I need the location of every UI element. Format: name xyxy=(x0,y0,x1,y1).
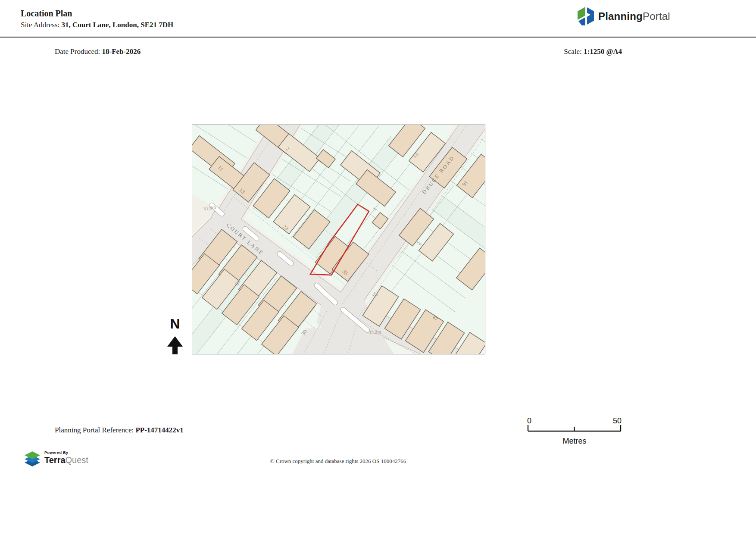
terraquest-wordmark: Powered By TerraQuest xyxy=(44,451,88,464)
scale-bar-line xyxy=(528,425,621,431)
planning-portal-wordmark: PlanningPortal xyxy=(598,10,670,22)
site-address: Site Address: 31, Court Lane, London, SE… xyxy=(21,21,173,29)
location-plan-page: Location Plan Site Address: 31, Court La… xyxy=(0,0,756,535)
reference-value: PP-14714422v1 xyxy=(135,426,183,434)
date-produced: Date Produced: 18-Feb-2026 xyxy=(55,47,141,56)
map-label: 35.3m xyxy=(369,329,381,335)
north-label: N xyxy=(170,316,180,332)
site-address-value: 31, Court Lane, London, SE21 7DH xyxy=(61,21,173,29)
scale-text: Scale: 1:1250 @A4 xyxy=(564,47,622,56)
date-value: 18-Feb-2026 xyxy=(102,47,141,56)
scale-value: 1:1250 @A4 xyxy=(584,47,622,56)
north-arrow: N xyxy=(164,314,186,357)
scale-bar-unit: Metres xyxy=(562,437,586,445)
terraquest-logo: Powered By TerraQuest xyxy=(24,447,88,467)
pp-brand-light: Portal xyxy=(643,10,670,22)
tq-brand-light: Quest xyxy=(66,455,88,465)
north-arrow-icon xyxy=(167,336,183,354)
terraquest-icon xyxy=(24,447,41,467)
location-plan-map: 1113223351139123747913031.0m35.3mCOURT L… xyxy=(192,125,485,354)
scale-bar: 0 50 Metres xyxy=(523,414,626,450)
scale-bar-end: 50 xyxy=(613,416,622,425)
tq-brand-bold: Terra xyxy=(44,455,66,465)
powered-by-label: Powered By xyxy=(44,451,88,455)
os-copyright: © Crown copyright and database rights 20… xyxy=(192,458,484,465)
date-label: Date Produced: xyxy=(55,47,100,56)
planning-reference: Planning Portal Reference: PP-14714422v1 xyxy=(55,426,184,435)
site-address-label: Site Address: xyxy=(21,21,59,29)
page-title: Location Plan xyxy=(21,9,72,19)
map-frame: 1113223351139123747913031.0m35.3mCOURT L… xyxy=(192,125,485,354)
header-divider xyxy=(0,37,756,38)
scale-bar-start: 0 xyxy=(527,416,531,425)
planning-portal-logo: PlanningPortal xyxy=(577,6,670,26)
reference-label: Planning Portal Reference: xyxy=(55,426,134,434)
pp-brand-bold: Planning xyxy=(598,10,643,22)
scale-label: Scale: xyxy=(564,47,582,56)
planning-portal-icon xyxy=(577,6,595,26)
